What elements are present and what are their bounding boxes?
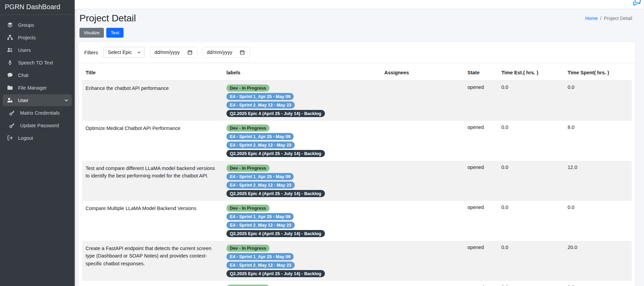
label-badge: E4 - Sprint 1_Apr 25 - May 09 xyxy=(226,213,294,220)
time-spent-cell: 0.0 xyxy=(564,281,632,286)
calendar-icon xyxy=(240,50,245,55)
column-header: Time Spent( hrs. ) xyxy=(564,63,632,81)
time-spent-cell: 8.0 xyxy=(564,121,632,161)
sidebar-item-file-manager[interactable]: File Manager xyxy=(3,82,72,94)
epic-select-value: Select Epic xyxy=(108,50,132,55)
label-badge: E4 - Sprint 2_May 12 - May 23 xyxy=(226,101,295,109)
label-badge: E4 - Sprint 1_Apr 25 - May 09 xyxy=(226,93,294,100)
label-badge: Dev - In Progress xyxy=(226,84,270,92)
label-badge: E4 - Sprint 1_Apr 25 - May 09 xyxy=(226,133,294,140)
task-title: Compare Multiple LLaMA Model Backend Ver… xyxy=(82,201,223,241)
label-badge: Dev - In Progress xyxy=(226,125,270,132)
user-gear-icon xyxy=(6,97,14,103)
label-badge: E4 - Sprint 1_Apr 25 - May 09 xyxy=(226,253,294,260)
assignees-cell xyxy=(381,201,464,241)
chevron-down-icon xyxy=(137,51,141,54)
state-cell: opened xyxy=(464,121,498,161)
breadcrumb-current: Project Detail xyxy=(604,16,632,21)
breadcrumb-home-link[interactable]: Home xyxy=(585,16,597,21)
sidebar-item-label: Logout xyxy=(18,135,33,141)
table-row: Test and compare different LLaMA model b… xyxy=(82,161,632,201)
sidebar-item-groups[interactable]: Groups xyxy=(3,19,72,31)
app-brand[interactable]: PGRN DashBoard xyxy=(0,0,75,15)
breadcrumb-separator: / xyxy=(600,16,602,21)
time-est-cell: 0.0 xyxy=(498,161,564,201)
column-header: Assignees xyxy=(381,63,464,81)
state-cell: opened xyxy=(464,281,498,286)
sidebar-item-logout[interactable]: Logout xyxy=(3,132,72,144)
label-badge: Q2.2025 Epic 4 (April 25 - July 14) - Ba… xyxy=(226,190,325,197)
time-spent-cell: 0.0 xyxy=(564,81,632,121)
table-row: Compare Multiple LLaMA Model Backend Ver… xyxy=(82,201,632,241)
time-spent-cell: 0.0 xyxy=(564,201,632,241)
filters-row: Filters Select Epic dd/mm/yyyy dd/mm/yyy… xyxy=(82,47,632,63)
task-title: Optimize Medical Chatbot API Performance xyxy=(82,121,223,161)
date-from-input[interactable]: dd/mm/yyyy xyxy=(150,47,197,58)
label-badge: Dev - In Progress xyxy=(226,165,270,172)
sidebar-item-matrix-credentials[interactable]: Matrix Credentials xyxy=(3,107,72,119)
time-spent-cell: 12.0 xyxy=(564,161,632,201)
view-toggle-buttons: Visulize Text xyxy=(79,28,632,38)
sidebar-item-label: Chat xyxy=(18,73,29,78)
label-badge: E4 - Sprint 2_May 12 - May 23 xyxy=(226,182,295,189)
label-badge: E4 - Sprint 2_May 12 - May 23 xyxy=(226,222,295,229)
task-title: Create a FastAPI endpoint that detects t… xyxy=(82,241,223,281)
labels-cell: Dev - In ProgressE4 - Sprint 1_Apr 25 - … xyxy=(223,201,381,241)
content-header: Project Detail Home / Project Detail xyxy=(79,13,632,24)
label-badge: Dev - In Progress xyxy=(226,205,270,212)
sidebar-item-users[interactable]: Users xyxy=(3,44,72,56)
epic-select[interactable]: Select Epic xyxy=(103,47,145,58)
date-to-input[interactable]: dd/mm/yyyy xyxy=(202,47,250,58)
task-title: Enhance the chatbot API performance xyxy=(82,81,223,121)
sidebar-item-update-password[interactable]: Update Password xyxy=(3,119,72,131)
sidebar-item-label: Speech TO Text xyxy=(18,60,53,65)
sidebar-item-speech-to-text[interactable]: Speech TO Text xyxy=(3,57,72,69)
time-est-cell: 0.0 xyxy=(498,201,564,241)
table-body: Enhance the chatbot API performanceDev -… xyxy=(82,81,632,286)
label-badge: E4 - Sprint 1_Apr 25 - May 09 xyxy=(226,173,294,180)
date-from-placeholder: dd/mm/yyyy xyxy=(154,50,180,55)
key-icon xyxy=(8,122,16,128)
table-row: Optimize Medical Chatbot API Performance… xyxy=(82,121,632,161)
assignees-cell xyxy=(381,281,464,286)
label-badge: E4 - Sprint 2_May 12 - May 23 xyxy=(226,141,295,149)
sidebar-item-label: File Manager xyxy=(18,85,47,91)
date-to-placeholder: dd/mm/yyyy xyxy=(207,50,233,55)
label-badge: Dev - In Progress xyxy=(226,285,270,286)
sidebar-item-projects[interactable]: Projects xyxy=(3,32,72,43)
label-badge: Q2.2025 Epic 4 (April 25 - July 14) - Ba… xyxy=(226,150,325,157)
time-est-cell: 0.0 xyxy=(498,81,564,121)
sidebar-item-user[interactable]: User xyxy=(3,94,72,106)
sidebar-item-label: Update Password xyxy=(20,123,59,128)
text-button[interactable]: Text xyxy=(106,28,124,38)
label-badge: Q2.2025 Epic 4 (April 25 - July 14) - Ba… xyxy=(226,230,325,237)
assignees-cell xyxy=(381,81,464,121)
sidebar-item-label: User xyxy=(18,98,29,103)
sidebar-menu: GroupsProjectsUsersSpeech TO TextChatFil… xyxy=(0,15,75,145)
task-title: Test and compare different LLaMA model b… xyxy=(82,161,223,201)
labels-cell: Dev - In ProgressE4 - Sprint 1_Apr 25 - … xyxy=(223,241,381,281)
state-cell: opened xyxy=(464,201,498,241)
sign-out-icon xyxy=(6,135,14,141)
assignees-cell xyxy=(381,241,464,281)
comments-icon[interactable] xyxy=(632,0,641,8)
state-cell: opened xyxy=(464,161,498,201)
sidebar-item-label: Users xyxy=(18,47,31,53)
state-cell: opened xyxy=(464,241,498,281)
content: Project Detail Home / Project Detail Vis… xyxy=(75,9,644,286)
labels-cell: Dev - In Progress xyxy=(223,281,381,286)
task-title: Develop FastAPI Endpoint for Dynamic Scr… xyxy=(82,281,223,286)
time-spent-cell: 20.0 xyxy=(564,241,632,281)
time-est-cell: 0.0 xyxy=(498,121,564,161)
visulize-button[interactable]: Visulize xyxy=(79,28,104,38)
chevron-down-icon xyxy=(64,98,69,102)
assignees-cell xyxy=(381,121,464,161)
label-badge: E4 - Sprint 2_May 12 - May 23 xyxy=(226,262,295,269)
project-detail-card: Filters Select Epic dd/mm/yyyy dd/mm/yyy… xyxy=(79,42,635,286)
column-header: labels xyxy=(223,63,381,81)
main-area: Project Detail Home / Project Detail Vis… xyxy=(75,0,644,286)
microphone-icon xyxy=(6,60,14,65)
top-navbar xyxy=(75,0,644,9)
sidebar-item-chat[interactable]: Chat xyxy=(3,69,72,81)
state-cell: opened xyxy=(464,81,498,121)
